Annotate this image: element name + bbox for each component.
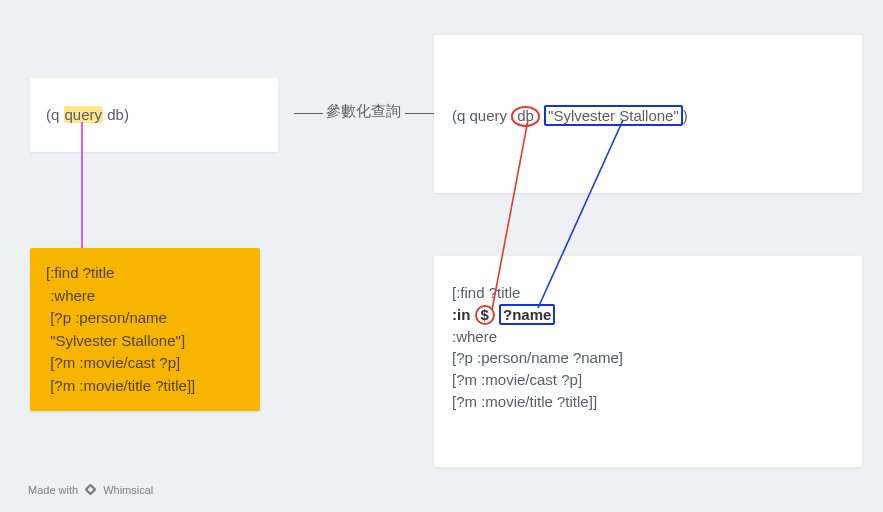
query-code: [:find ?title :where [?p :person/name "S… <box>46 262 244 397</box>
parametrized-call-card: (q query db "Sylvester Stallone") <box>434 35 862 193</box>
parametrize-arrow: —— 參數化查詢 ——➤ <box>290 102 452 121</box>
query-code-line: [?m :movie/cast ?p] <box>452 369 844 391</box>
boxed-param-name: ?name <box>499 304 555 325</box>
original-query-literal-card: [:find ?title :where [?p :person/name "S… <box>30 248 260 411</box>
code-prefix: (q query <box>452 107 511 124</box>
code-suffix: ) <box>683 107 688 124</box>
arrow-label-text: 參數化查詢 <box>326 102 401 121</box>
query-code-line: :where <box>452 326 844 348</box>
arrow-line-right: —— <box>405 103 433 120</box>
brand-name: Whimsical <box>103 484 153 496</box>
circled-dollar: $ <box>475 305 495 326</box>
query-code-line: [?p :person/name ?name] <box>452 347 844 369</box>
code-text: (q query db "Sylvester Stallone") <box>452 107 688 124</box>
code-suffix: db) <box>103 106 129 123</box>
arrow-line-left: —— <box>294 103 322 120</box>
query-code-line-in: :in $ ?name <box>452 304 844 326</box>
parametrized-query-card: [:find ?title :in $ ?name :where [?p :pe… <box>434 256 862 467</box>
code-text: (q query db) <box>46 106 129 123</box>
code-prefix: (q <box>46 106 64 123</box>
footer-attribution: Made with Whimsical <box>28 483 153 496</box>
made-with-label: Made with <box>28 484 78 496</box>
query-code-line: [:find ?title <box>452 282 844 304</box>
in-keyword: :in <box>452 306 475 323</box>
whimsical-logo-icon <box>84 483 97 496</box>
boxed-param-value: "Sylvester Stallone" <box>544 105 683 126</box>
query-code-line: [?m :movie/title ?title]] <box>452 391 844 413</box>
source-query-card: (q query db) <box>30 78 278 152</box>
highlight-query: query <box>64 106 104 123</box>
circled-db: db <box>511 106 540 127</box>
